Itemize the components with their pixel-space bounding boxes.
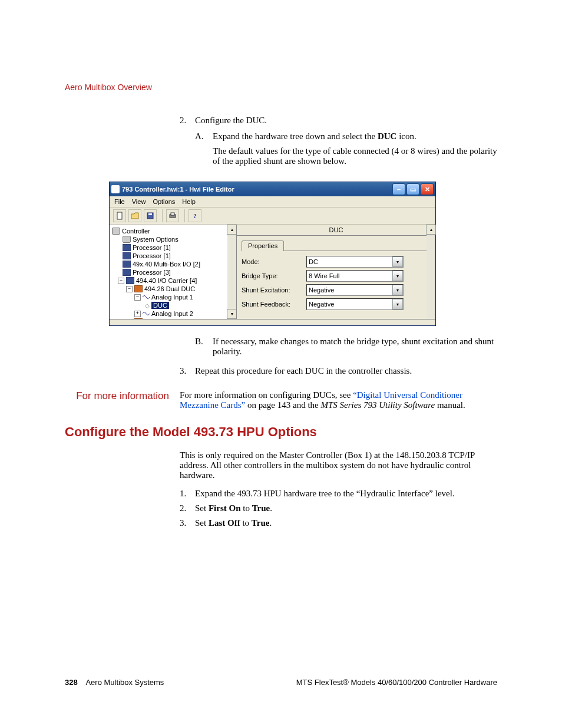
step-3: 3. Repeat this procedure for each DUC in… bbox=[180, 366, 497, 376]
substep-letter: A. bbox=[195, 131, 213, 171]
label-mode: Mode: bbox=[242, 258, 306, 265]
label-shunt-excitation: Shunt Excitation: bbox=[242, 286, 306, 294]
tree-item-selected[interactable]: DUC bbox=[151, 302, 169, 309]
toolbar: ? bbox=[110, 207, 435, 225]
menu-file[interactable]: File bbox=[114, 198, 125, 205]
hardware-icon bbox=[123, 269, 131, 276]
tree-item[interactable]: 494.40 I/O Carrier [4] bbox=[136, 277, 197, 284]
svg-rect-4 bbox=[171, 213, 174, 215]
footer-right: MTS FlexTest® Models 40/60/100/200 Contr… bbox=[296, 678, 497, 687]
svg-rect-2 bbox=[148, 213, 152, 215]
scroll-up-icon[interactable]: ▴ bbox=[426, 225, 436, 235]
dropdown-shunt-excitation[interactable]: Negative▾ bbox=[306, 284, 404, 296]
tree-item[interactable]: System Options bbox=[133, 236, 178, 243]
hpu-step-3: 3. Set Last Off to True. bbox=[180, 518, 497, 528]
step-2: 2. Configure the DUC. bbox=[180, 116, 497, 126]
expand-icon[interactable]: + bbox=[134, 311, 141, 317]
toolbar-new-button[interactable] bbox=[113, 209, 126, 222]
tree-item[interactable]: Processor [1] bbox=[133, 252, 171, 259]
dropdown-mode[interactable]: DC▾ bbox=[306, 256, 404, 268]
running-header: Aero Multibox Overview bbox=[65, 83, 497, 92]
page-number: 328 bbox=[65, 678, 78, 687]
hardware-icon bbox=[123, 252, 131, 259]
tree-scrollbar[interactable]: ▴ ▾ bbox=[227, 225, 236, 319]
chevron-down-icon[interactable]: ▾ bbox=[392, 299, 403, 309]
window-title: 793 Controller.hwi:1 - Hwi File Editor bbox=[122, 186, 234, 193]
hpu-step-2: 2. Set First On to True. bbox=[180, 503, 497, 513]
toolbar-separator bbox=[183, 209, 185, 222]
toolbar-save-button[interactable] bbox=[144, 209, 157, 222]
analog-icon bbox=[143, 311, 150, 317]
step-2a: A. Expand the hardware tree down and sel… bbox=[195, 131, 497, 171]
step-number: 2. bbox=[180, 116, 195, 126]
hardware-icon bbox=[126, 277, 134, 284]
tree-item[interactable]: Processor [3] bbox=[133, 269, 171, 276]
chevron-down-icon[interactable]: ▾ bbox=[392, 285, 403, 295]
tree-item[interactable]: 494.26 Dual DUC bbox=[144, 318, 195, 319]
tree-item[interactable]: 49x.40 Multi-Box I/O [2] bbox=[133, 261, 200, 268]
gear-icon bbox=[112, 228, 120, 235]
step-number: 3. bbox=[180, 366, 195, 376]
open-folder-icon bbox=[131, 212, 139, 220]
new-document-icon bbox=[115, 212, 124, 220]
collapse-icon[interactable]: − bbox=[126, 286, 133, 292]
help-icon: ? bbox=[193, 212, 197, 219]
step-text: Configure the DUC. bbox=[195, 116, 497, 126]
hardware-icon bbox=[123, 261, 131, 268]
app-icon bbox=[111, 185, 120, 193]
section-intro: This is only required on the Master Cont… bbox=[180, 450, 497, 480]
step-text: Repeat this procedure for each DUC in th… bbox=[195, 366, 497, 376]
maximize-button[interactable]: ▭ bbox=[406, 183, 419, 195]
tree-item[interactable]: 494.26 Dual DUC bbox=[144, 285, 195, 292]
step-2b: B. If necessary, make changes to match t… bbox=[195, 337, 497, 361]
substep-body: If necessary, make changes to match the … bbox=[213, 337, 497, 357]
properties-tab[interactable]: Properties bbox=[242, 241, 284, 251]
collapse-icon[interactable]: − bbox=[118, 278, 124, 284]
more-info-body: For more information on configuring DUCs… bbox=[180, 390, 497, 410]
scroll-down-icon[interactable]: ▾ bbox=[227, 309, 237, 319]
expand-icon[interactable]: + bbox=[126, 319, 133, 319]
chevron-down-icon[interactable]: ▾ bbox=[392, 256, 403, 267]
save-disk-icon bbox=[146, 212, 154, 220]
hardware-tree[interactable]: Controller System Options Processor [1] … bbox=[110, 225, 236, 319]
toolbar-open-button[interactable] bbox=[128, 209, 141, 222]
menu-help[interactable]: Help bbox=[182, 198, 196, 205]
torn-edge-decoration bbox=[110, 319, 435, 325]
tree-root[interactable]: Controller bbox=[112, 227, 235, 235]
diamond-icon: ◇ bbox=[145, 302, 150, 309]
toolbar-print-button[interactable] bbox=[166, 209, 179, 222]
footer-left: Aero Multibox Systems bbox=[85, 678, 164, 687]
close-button[interactable]: ✕ bbox=[421, 183, 434, 195]
dropdown-bridge-type[interactable]: 8 Wire Full▾ bbox=[306, 270, 404, 282]
menu-bar: File View Options Help bbox=[110, 196, 435, 207]
menu-view[interactable]: View bbox=[132, 198, 146, 205]
tree-item[interactable]: Analog Input 2 bbox=[151, 310, 193, 317]
svg-rect-0 bbox=[117, 212, 122, 219]
label-shunt-feedback: Shunt Feedback: bbox=[242, 301, 306, 308]
substep-line-1: Expand the hardware tree down and select… bbox=[213, 131, 497, 141]
page-footer: 328 Aero Multibox Systems MTS FlexTest® … bbox=[0, 678, 562, 687]
window-titlebar[interactable]: 793 Controller.hwi:1 - Hwi File Editor –… bbox=[110, 182, 435, 196]
analog-icon bbox=[143, 294, 150, 300]
menu-options[interactable]: Options bbox=[153, 198, 175, 205]
properties-scrollbar[interactable]: ▴ bbox=[427, 225, 435, 319]
card-icon bbox=[134, 285, 143, 292]
section-heading-hpu: Configure the Model 493.73 HPU Options bbox=[65, 424, 497, 440]
collapse-icon[interactable]: − bbox=[134, 294, 141, 301]
tree-item[interactable]: Analog Input 1 bbox=[151, 294, 193, 301]
substep-letter: B. bbox=[195, 337, 213, 361]
card-icon bbox=[134, 318, 143, 319]
tree-item[interactable]: Processor [1] bbox=[133, 244, 171, 251]
properties-pane: DUC Properties Mode: DC▾ Bridge Type: 8 … bbox=[237, 225, 435, 319]
minimize-button[interactable]: – bbox=[392, 183, 405, 195]
substep-line-2: The default values for the type of cable… bbox=[213, 146, 497, 166]
toolbar-help-button[interactable]: ? bbox=[189, 209, 201, 222]
dropdown-shunt-feedback[interactable]: Negative▾ bbox=[306, 298, 404, 310]
scroll-up-icon[interactable]: ▴ bbox=[227, 225, 237, 235]
hpu-step-1: 1. Expand the 493.73 HPU hardware tree t… bbox=[180, 489, 497, 499]
app-window: 793 Controller.hwi:1 - Hwi File Editor –… bbox=[109, 182, 436, 326]
properties-header: DUC bbox=[237, 225, 435, 236]
label-bridge-type: Bridge Type: bbox=[242, 272, 306, 279]
margin-label-more-info: For more information bbox=[65, 390, 180, 410]
chevron-down-icon[interactable]: ▾ bbox=[392, 271, 403, 281]
